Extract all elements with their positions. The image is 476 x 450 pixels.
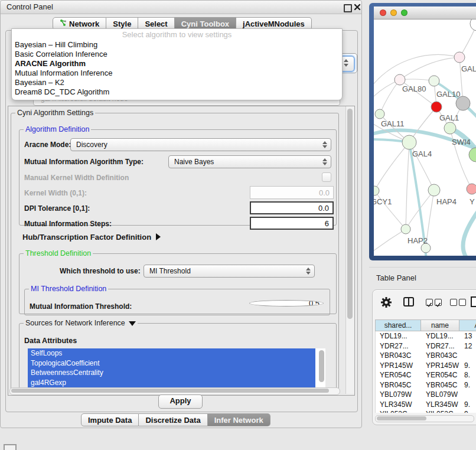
network-node[interactable]: [469, 148, 476, 162]
settings-hscrollbar-thumb[interactable]: [11, 389, 329, 393]
attribute-item-selected[interactable]: SelfLoops: [28, 348, 315, 358]
hub-definition-toggle[interactable]: Hub/Transcription Factor Definition: [22, 233, 161, 242]
algorithm-option[interactable]: Basic Correlation Inference: [12, 50, 342, 59]
table-cell[interactable]: YDR27...: [422, 341, 460, 351]
table-cell[interactable]: 9.: [460, 400, 476, 410]
table-row[interactable]: YPR145WYPR145W9.: [376, 361, 476, 371]
table-cell[interactable]: YDL19...: [376, 331, 422, 341]
table-hscrollbar[interactable]: [375, 415, 474, 422]
table-cell[interactable]: YBR045C: [422, 380, 460, 390]
expanded-arrow-icon[interactable]: [129, 321, 136, 326]
tab-impute-data[interactable]: Impute Data: [81, 413, 139, 426]
table-cell[interactable]: YBL079W: [376, 390, 422, 400]
tab-infer-network[interactable]: Infer Network: [208, 413, 270, 426]
algorithm-option[interactable]: Dream8 DC_TDC Algorithm: [12, 87, 342, 97]
export-table-icon[interactable]: [471, 296, 476, 309]
network-node-gal1[interactable]: [431, 102, 442, 112]
table-cell[interactable]: 13: [460, 331, 476, 341]
table-cell[interactable]: [460, 351, 476, 361]
dpi-tolerance-field[interactable]: [250, 201, 334, 214]
table-row[interactable]: YLR345WYLR345W9.: [376, 400, 476, 410]
close-icon[interactable]: [353, 3, 361, 11]
network-node-gcy1[interactable]: [374, 186, 379, 195]
apply-button[interactable]: Apply: [158, 394, 203, 409]
columns-icon[interactable]: [403, 297, 414, 309]
attribute-item-selected[interactable]: BetweennessCentrality: [28, 368, 315, 378]
network-node[interactable]: [456, 96, 470, 110]
table-cell[interactable]: 9.: [460, 380, 476, 390]
table-row[interactable]: YIL052CYIL052C9: [376, 409, 476, 413]
table-cell[interactable]: YDR27...: [376, 341, 422, 351]
data-attributes-list[interactable]: SelfLoopsTopologicalCoefficientBetweenne…: [28, 348, 325, 390]
network-canvas[interactable]: GALGAL80GAL10GAL1GAL11SWI4GAL4GCY1HAP4YH…: [374, 19, 476, 256]
algorithm-option[interactable]: Bayesian – K2: [12, 78, 342, 87]
network-node[interactable]: [470, 19, 476, 31]
close-traffic-light[interactable]: [380, 9, 386, 16]
table-cell[interactable]: YBR043C: [422, 351, 460, 361]
network-node[interactable]: [421, 243, 431, 253]
mi-type-combobox[interactable]: Naive Bayes: [168, 155, 331, 168]
minimize-traffic-light[interactable]: [390, 9, 397, 16]
select-all-icon[interactable]: [426, 299, 442, 306]
table-cell[interactable]: YPR145W: [422, 361, 460, 371]
table-cell[interactable]: YBR045C: [376, 380, 422, 390]
dock-grip-icon[interactable]: [4, 444, 17, 450]
float-window-icon[interactable]: [344, 4, 352, 12]
table-cell[interactable]: YLR345W: [376, 400, 422, 410]
table-cell[interactable]: YDL19...: [422, 331, 460, 341]
table-cell[interactable]: 9: [460, 409, 476, 413]
settings-vscrollbar-thumb[interactable]: [347, 109, 353, 319]
tab-label: Style: [113, 19, 131, 28]
network-node-gal10[interactable]: [429, 76, 439, 86]
table-panel-window: shared...nameA YDL19...YDL19...13YDR27..…: [372, 289, 476, 425]
table-row[interactable]: YBR043CYBR043C: [376, 351, 476, 361]
table-cell[interactable]: YBR043C: [376, 351, 422, 361]
network-node-gal[interactable]: [454, 52, 465, 63]
table-cell[interactable]: YPR145W: [376, 361, 422, 371]
network-node-hap2[interactable]: [401, 224, 410, 234]
settings-vscrollbar[interactable]: [345, 106, 354, 394]
mi-threshold-field[interactable]: [249, 300, 324, 306]
algorithm-option[interactable]: Mutual Information Inference: [12, 69, 342, 78]
tab-discretize-data[interactable]: Discretize Data: [139, 413, 207, 426]
unselect-all-icon[interactable]: [450, 299, 466, 306]
table-row[interactable]: YDR27...YDR27...12: [376, 341, 476, 351]
table-cell[interactable]: YER054C: [376, 370, 422, 380]
table-cell[interactable]: 12: [460, 341, 476, 351]
table-row[interactable]: YBR045CYBR045C9.: [376, 380, 476, 390]
network-node-gal80[interactable]: [395, 74, 405, 85]
mi-steps-field[interactable]: [250, 217, 334, 230]
table-row[interactable]: YDL19...YDL19...13: [376, 331, 476, 341]
data-attributes-label: Data Attributes: [24, 337, 77, 345]
column-header-name[interactable]: name: [421, 319, 459, 331]
cyni-algorithm-settings-title: Cyni Algorithm Settings: [15, 109, 95, 117]
algorithm-option[interactable]: Bayesian – Hill Climbing: [12, 40, 342, 50]
aracne-mode-combobox[interactable]: Discovery: [70, 138, 331, 151]
gear-icon[interactable]: [380, 296, 393, 311]
table-hscrollbar-thumb[interactable]: [377, 416, 426, 420]
attribute-item-selected[interactable]: gal4RGexp: [28, 378, 315, 388]
table-cell[interactable]: YLR345W: [422, 400, 460, 410]
zoom-traffic-light[interactable]: [401, 9, 407, 16]
network-node-gal4[interactable]: [402, 135, 416, 149]
network-titlebar[interactable]: [374, 6, 476, 19]
table-cell[interactable]: 9.: [460, 361, 476, 371]
table-row[interactable]: YBL079WYBL079W: [376, 390, 476, 400]
table-cell[interactable]: [460, 390, 476, 400]
network-node-hap4[interactable]: [428, 184, 440, 196]
network-node-y[interactable]: [467, 184, 476, 194]
table-cell[interactable]: YBL079W: [422, 390, 460, 400]
algorithm-option[interactable]: ARACNE Algorithm: [12, 59, 342, 69]
network-node-swi4[interactable]: [444, 122, 456, 134]
column-header-a[interactable]: A: [459, 319, 476, 331]
which-threshold-combobox[interactable]: MI Threshold: [144, 265, 315, 278]
table-cell[interactable]: YER054C: [422, 370, 460, 380]
attribute-item-selected[interactable]: TopologicalCoefficient: [28, 358, 315, 369]
column-header-shared[interactable]: shared...: [375, 319, 421, 331]
list-scrollbar-thumb[interactable]: [319, 350, 324, 382]
table-row[interactable]: YER054CYER054C8.: [376, 370, 476, 380]
table-cell[interactable]: YIL052C: [422, 409, 460, 413]
network-node-gal11[interactable]: [375, 109, 384, 119]
table-cell[interactable]: 8.: [460, 370, 476, 380]
table-cell[interactable]: YIL052C: [376, 409, 422, 413]
